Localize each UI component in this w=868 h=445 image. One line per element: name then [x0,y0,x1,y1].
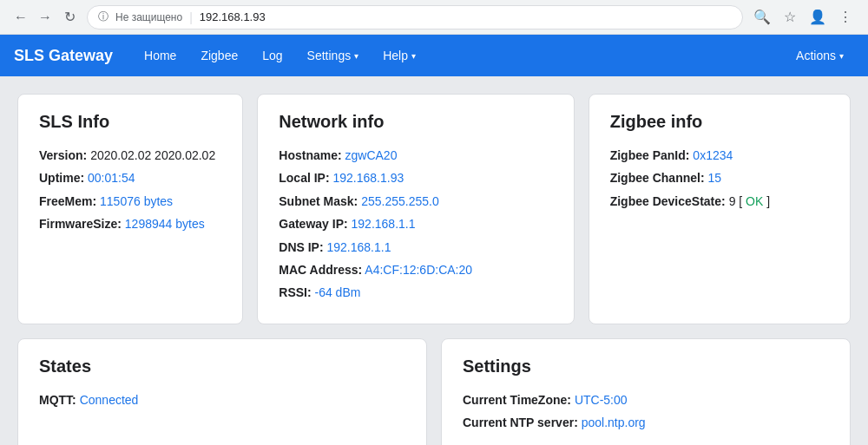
zigbee-info-card: Zigbee info Zigbee PanId: 0x1234 Zigbee … [589,94,851,324]
freemem-value-text: 115076 bytes [100,194,173,208]
nav-link-zigbee-label: Zigbee [201,49,238,62]
actions-label: Actions [796,49,836,62]
nav-buttons: ← → ↻ [10,7,80,28]
timezone-row: Current TimeZone: UTC-5:00 [463,390,829,409]
sls-info-card: SLS Info Version: 2020.02.02 2020.02.02 … [17,94,243,324]
uptime-value-text: 00:01:54 [88,171,135,185]
settings-title: Settings [463,357,829,376]
network-info-title: Network info [279,112,552,132]
channel-row: Zigbee Channel: 15 [610,168,829,187]
address-url: 192.168.1.93 [200,10,266,23]
network-info-card: Network info Hostname: zgwCA20 Local IP:… [257,94,574,324]
nav-link-help-label: Help [383,49,408,62]
nav-link-zigbee[interactable]: Zigbee [190,42,248,69]
freemem-label: FreeMem: [39,194,96,208]
freemem-row: FreeMem: 115076 bytes [39,192,221,211]
mqtt-row: MQTT: Connected [39,390,405,409]
ntp-value: pool.ntp.org [582,416,646,429]
dns-row: DNS IP: 192.168.1.1 [279,238,552,257]
rssi-row: RSSI: -64 dBm [279,283,552,302]
gateway-row: Gateway IP: 192.168.1.1 [279,214,552,233]
nav-link-home-label: Home [144,49,176,62]
subnet-value: 255.255.255.0 [361,194,439,208]
profile-icon-btn[interactable]: 👤 [806,5,830,29]
browser-chrome: ← → ↻ ⓘ Не защищено | 192.168.1.93 🔍 ☆ 👤… [0,0,868,35]
forward-button[interactable]: → [35,7,56,28]
navbar-brand[interactable]: SLS Gateway [14,47,113,65]
help-dropdown-arrow: ▾ [411,51,416,61]
address-bar[interactable]: ⓘ Не защищено | 192.168.1.93 [87,5,743,29]
channel-label: Zigbee Channel: [610,171,705,185]
gateway-value: 192.168.1.1 [352,217,416,231]
timezone-label: Current TimeZone: [463,393,571,407]
uptime-row: Uptime: 00:01:54 [39,168,221,187]
ntp-label: Current NTP server: [463,416,578,429]
nav-link-log[interactable]: Log [252,42,293,69]
hostname-value: zgwCA20 [345,148,398,162]
actions-button[interactable]: Actions ▾ [786,42,854,69]
devicestate-row: Zigbee DeviceState: 9 [ OK ] [610,192,829,211]
mqtt-label: MQTT: [39,393,76,407]
version-value-text: 2020.02.02 [155,148,215,162]
firmwaresize-row: FirmwareSize: 1298944 bytes [39,214,221,233]
firmwaresize-label: FirmwareSize: [39,217,122,231]
navbar: SLS Gateway Home Zigbee Log Settings ▾ H… [0,35,868,76]
mqtt-value: Connected [80,393,139,407]
back-button[interactable]: ← [10,7,31,28]
lock-icon: ⓘ [98,10,108,24]
subnet-row: Subnet Mask: 255.255.255.0 [279,192,552,211]
timezone-value: UTC-5:00 [575,393,628,407]
security-label: Не защищено [115,11,182,23]
version-row: Version: 2020.02.02 2020.02.02 [39,146,221,165]
bookmark-icon-btn[interactable]: ☆ [778,5,802,29]
nav-link-help[interactable]: Help ▾ [372,42,426,69]
gateway-label: Gateway IP: [279,217,347,231]
zigbee-info-title: Zigbee info [610,112,829,132]
states-title: States [39,357,405,376]
main-content: SLS Info Version: 2020.02.02 2020.02.02 … [0,76,868,445]
dns-label: DNS IP: [279,240,323,254]
localip-row: Local IP: 192.168.1.93 [279,168,552,187]
bottom-cards-row: States MQTT: Connected Settings Current … [17,338,851,445]
nav-link-settings-label: Settings [307,49,352,62]
ntp-row: Current NTP server: pool.ntp.org [463,413,829,432]
channel-value: 15 [707,171,721,185]
rssi-value: -64 dBm [315,285,361,299]
navbar-actions: Actions ▾ [786,42,854,69]
subnet-label: Subnet Mask: [279,194,358,208]
localip-label: Local IP: [279,171,329,185]
actions-dropdown-arrow: ▾ [839,51,844,61]
panid-label: Zigbee PanId: [610,148,690,162]
dns-value: 192.168.1.1 [327,240,391,254]
sls-info-title: SLS Info [39,112,221,132]
panid-value: 0x1234 [693,148,733,162]
hostname-row: Hostname: zgwCA20 [279,146,552,165]
settings-dropdown-arrow: ▾ [354,51,358,61]
settings-card: Settings Current TimeZone: UTC-5:00 Curr… [441,338,851,445]
nav-link-home[interactable]: Home [134,42,187,69]
address-separator: | [189,10,193,24]
nav-link-log-label: Log [262,49,282,62]
navbar-links: Home Zigbee Log Settings ▾ Help ▾ [134,42,786,69]
mac-label: MAC Address: [279,263,362,277]
menu-icon-btn[interactable]: ⋮ [833,5,858,29]
devicestate-bracket-close: ] [766,194,770,208]
reload-button[interactable]: ↻ [59,7,80,28]
uptime-label: Uptime: [39,171,84,185]
search-icon-btn[interactable]: 🔍 [750,5,774,29]
states-card: States MQTT: Connected [17,338,427,445]
devicestate-ok: OK [746,194,763,208]
panid-row: Zigbee PanId: 0x1234 [610,146,829,165]
devicestate-label: Zigbee DeviceState: [610,194,726,208]
mac-value: A4:CF:12:6D:CA:20 [365,263,472,277]
version-value: 2020.02.02 [90,148,151,162]
firmwaresize-value-text: 1298944 bytes [125,217,205,231]
top-cards-row: SLS Info Version: 2020.02.02 2020.02.02 … [17,94,851,324]
nav-link-settings[interactable]: Settings ▾ [297,42,370,69]
devicestate-number: 9 [729,194,736,208]
hostname-label: Hostname: [279,148,341,162]
localip-value: 192.168.1.93 [333,171,404,185]
version-label: Version: [39,148,87,162]
mac-row: MAC Address: A4:CF:12:6D:CA:20 [279,260,552,279]
browser-icons: 🔍 ☆ 👤 ⋮ [750,5,858,29]
